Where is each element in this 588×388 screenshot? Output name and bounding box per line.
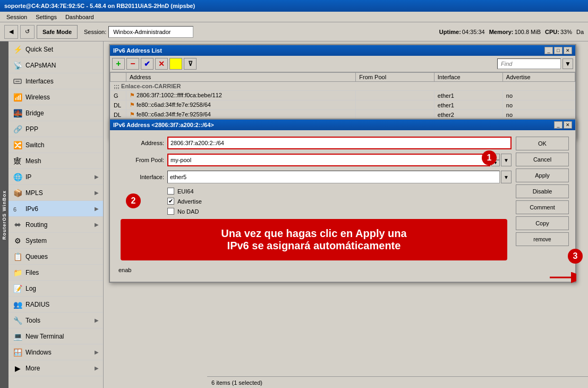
eui64-label: EUI64 [177,188,194,195]
dialog-close-btn[interactable]: ✕ [564,121,572,129]
advertise-checkbox[interactable]: ✔ [167,198,174,205]
sidebar-item-interfaces[interactable]: Interfaces [8,73,103,89]
ipv6-arrow: ▶ [95,206,99,212]
x-btn[interactable]: ✕ [155,58,168,70]
sidebar-item-routing[interactable]: Routing ▶ [8,217,103,233]
col-interface[interactable]: Interface [434,73,502,82]
queues-icon: 📋 [13,252,22,262]
uptime-value: 04:35:34 [462,29,485,35]
add-btn[interactable]: + [112,58,125,70]
ipv6-list-close-btn[interactable]: ✕ [564,47,572,54]
sidebar-item-more[interactable]: ▶ More ▶ [8,360,103,376]
sidebar-item-new-terminal[interactable]: 💻 New Terminal [8,328,103,344]
copy-btn[interactable]: Copy [516,216,569,230]
col-from-pool[interactable]: From Pool [356,73,434,82]
main-layout: RouterOS WinBox ⚡ Quick Set 📡 CAPsMAN [0,41,588,388]
enable-row: enab [116,265,512,275]
table-row: ;;; Enlace-con-CARRIER [110,82,575,91]
sidebar-label-interfaces: Interfaces [25,78,54,85]
comment-btn[interactable]: Comment [516,200,569,214]
sidebar-label-switch: Switch [25,141,44,149]
tooltip-banner: Una vez que hagas clic en Apply una IPv6… [121,219,507,260]
sidebar-item-files[interactable]: 📁 Files [8,265,103,281]
table-row[interactable]: G ⚑ 2806:3f7:1002::ffff:f0ca:bebe/112 et… [110,91,575,100]
disable-btn[interactable]: Disable [516,184,569,198]
sidebar-item-ppp[interactable]: 🔗 PPP [8,121,103,137]
col-advertise[interactable]: Advertise [502,73,575,82]
menu-settings[interactable]: Settings [31,13,61,21]
sidebar-label-routing: Routing [25,221,47,229]
yellow-btn[interactable] [169,58,182,70]
tooltip-line1: Una vez que hagas clic en Apply una [131,227,497,240]
find-dropdown-btn[interactable]: ▼ [563,58,573,69]
advertise-row: ✔ Advertise 2 [116,198,512,205]
table-row[interactable]: DL ⚑ fe80::c6ad:34ff:fe7e:9259/64 ether2… [110,110,575,120]
forward-btn[interactable]: ↺ [20,25,35,39]
address-input[interactable] [167,137,512,149]
sidebar-label-capsman: CAPsMAN [25,62,56,69]
menu-session[interactable]: Session [2,13,31,21]
uptime-label: Uptime: [439,29,461,35]
sidebar-label-new-terminal: New Terminal [25,333,64,340]
menu-dashboard[interactable]: Dashboard [61,13,98,21]
cpu-value: 33% [560,29,572,35]
sidebar-item-windows[interactable]: 🪟 Windows ▶ [8,344,103,360]
eui64-checkbox[interactable] [167,188,174,195]
table-row[interactable]: DL ⚑ fe80::c6ad:34ff:fe7e:9258/64 ether1… [110,100,575,110]
sidebar-label-quick-set: Quick Set [25,46,53,53]
col-flag[interactable] [110,73,126,82]
sidebar-item-system[interactable]: ⚙ System [8,233,103,249]
sidebar-item-wireless[interactable]: 📶 Wireless [8,89,103,105]
interface-dropdown-btn[interactable]: ▼ [501,171,512,183]
more-arrow: ▶ [95,365,99,371]
safe-mode-btn[interactable]: Safe Mode [37,25,78,39]
find-input[interactable] [497,58,561,69]
check-btn[interactable]: ✔ [141,58,154,70]
session-label: Session: [84,29,106,35]
filter-btn[interactable]: ⊽ [184,58,197,70]
memory-value: 100.8 MiB [514,29,541,35]
no-dad-checkbox[interactable] [167,208,174,215]
sidebar-item-tools[interactable]: 🔧 Tools ▶ [8,313,103,328]
remove-btn-dialog[interactable]: remove [516,232,569,246]
capsman-icon: 📡 [13,61,22,70]
sidebar-item-queues[interactable]: 📋 Queues [8,249,103,265]
sidebar-item-mpls[interactable]: 📦 MPLS ▶ [8,185,103,201]
sidebar-item-radius[interactable]: 👥 RADIUS [8,297,103,313]
apply-btn[interactable]: Apply [516,168,569,182]
ipv6-list-title-bar: IPv6 Address List _ □ ✕ [110,45,575,56]
sidebar-item-ipv6[interactable]: 6 IPv6 ▶ [8,201,103,217]
from-pool-dropdown-btn[interactable]: ▼ [501,154,512,166]
ok-btn[interactable]: OK [516,137,569,150]
ipv6-list-toolbar: + − ✔ ✕ ⊽ ▼ [110,56,575,72]
col-address[interactable]: Address [126,73,356,82]
cpu-label: CPU: [545,29,559,35]
status-text: 6 items (1 selected) [211,379,262,386]
dialog-minimize-btn[interactable]: _ [554,121,563,129]
status-bar: 6 items (1 selected) [207,376,588,388]
sidebar-item-log[interactable]: 📝 Log [8,281,103,297]
interface-field-row: Interface: ether5 ▼ [116,171,512,183]
mpls-arrow: ▶ [95,190,99,196]
switch-icon: 🔀 [13,140,22,150]
sidebar-item-capsman[interactable]: 📡 CAPsMAN [8,57,103,73]
ipv6-list-minimize-btn[interactable]: _ [544,47,553,54]
sidebar-item-bridge[interactable]: 🌉 Bridge [8,105,103,121]
sidebar-item-quick-set[interactable]: ⚡ Quick Set [8,41,103,57]
sidebar-label-bridge: Bridge [25,109,44,117]
remove-btn[interactable]: − [126,58,139,70]
back-btn[interactable]: ◀ [4,25,18,39]
sidebar-label-ppp: PPP [25,125,38,133]
sidebar-item-switch[interactable]: 🔀 Switch [8,137,103,153]
dialog-content: Address: From Pool: my-pool 1 [110,130,575,282]
ip-arrow: ▶ [95,174,99,180]
sidebar-item-ip[interactable]: 🌐 IP ▶ [8,169,103,185]
sidebar-item-mesh[interactable]: 🕸 Mesh [8,153,103,169]
ipv6-list-maximize-btn[interactable]: □ [554,47,563,54]
cancel-btn[interactable]: Cancel [516,153,569,166]
ipv6-list-window-controls: _ □ ✕ [544,47,572,54]
sidebar-label-windows: Windows [25,349,52,356]
tools-arrow: ▶ [95,317,99,323]
no-dad-label: No DAD [177,208,199,215]
new-terminal-icon: 💻 [13,332,22,341]
